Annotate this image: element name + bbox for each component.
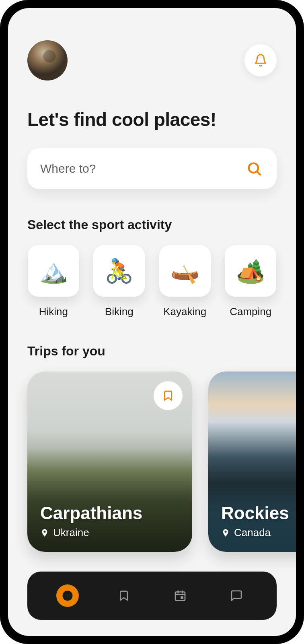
- trips-list[interactable]: Carpathians Ukraine Rockies: [27, 372, 277, 552]
- search-input[interactable]: [40, 162, 246, 175]
- pin-icon: [40, 528, 49, 537]
- chat-icon: [230, 589, 243, 602]
- device-frame: Let's find cool places! Select the sport…: [0, 0, 304, 644]
- trip-info: Rockies Canada: [221, 503, 289, 539]
- svg-rect-4: [175, 592, 185, 601]
- activity-kayaking[interactable]: 🛶 Kayaking: [159, 245, 211, 318]
- trips-title: Trips for you: [27, 344, 277, 359]
- svg-rect-8: [181, 596, 183, 599]
- search-icon[interactable]: [246, 161, 262, 177]
- trip-info: Carpathians Ukraine: [40, 503, 142, 539]
- activity-label: Biking: [105, 305, 134, 318]
- nav-saved[interactable]: [113, 584, 135, 607]
- nav-explore[interactable]: [56, 584, 79, 607]
- bookmark-icon: [162, 390, 174, 402]
- pin-icon: [221, 528, 230, 537]
- calendar-icon: [174, 589, 187, 602]
- activity-biking[interactable]: 🚴 Biking: [93, 245, 146, 318]
- bell-icon: [254, 54, 267, 67]
- activities-list: 🏔️ Hiking 🚴 Biking 🛶 Kayaking 🏕️ Camping: [27, 245, 277, 318]
- trip-location: Canada: [221, 526, 289, 539]
- bookmark-button[interactable]: [154, 381, 183, 410]
- activity-camping[interactable]: 🏕️ Camping: [225, 245, 277, 318]
- bottom-navbar: [27, 572, 277, 620]
- trip-name: Carpathians: [40, 503, 142, 523]
- activities-title: Select the sport activity: [27, 217, 277, 232]
- notifications-button[interactable]: [244, 44, 277, 76]
- trip-location: Ukraine: [40, 526, 142, 539]
- trip-location-text: Ukraine: [53, 526, 89, 539]
- activity-label: Kayaking: [163, 305, 206, 318]
- trip-card-rockies[interactable]: Rockies Canada: [208, 372, 296, 552]
- trip-card-carpathians[interactable]: Carpathians Ukraine: [27, 372, 192, 552]
- activity-label: Camping: [230, 305, 271, 318]
- trip-location-text: Canada: [234, 526, 271, 539]
- page-title: Let's find cool places!: [27, 109, 277, 130]
- nav-messages[interactable]: [225, 584, 248, 607]
- mountain-icon: 🏔️: [28, 245, 79, 297]
- compass-icon: [62, 590, 74, 602]
- biking-icon: 🚴: [93, 245, 145, 297]
- activity-hiking[interactable]: 🏔️ Hiking: [27, 245, 80, 318]
- screen: Let's find cool places! Select the sport…: [8, 8, 296, 636]
- nav-calendar[interactable]: [169, 584, 191, 607]
- avatar[interactable]: [27, 40, 68, 80]
- svg-line-1: [257, 171, 260, 175]
- trip-name: Rockies: [221, 503, 289, 523]
- bookmark-icon: [118, 589, 130, 603]
- topbar: [27, 40, 277, 80]
- canoe-icon: 🛶: [159, 245, 211, 297]
- content-area: Let's find cool places! Select the sport…: [8, 8, 296, 636]
- search-bar[interactable]: [27, 148, 277, 189]
- activity-label: Hiking: [39, 305, 68, 318]
- camping-icon: 🏕️: [225, 245, 276, 297]
